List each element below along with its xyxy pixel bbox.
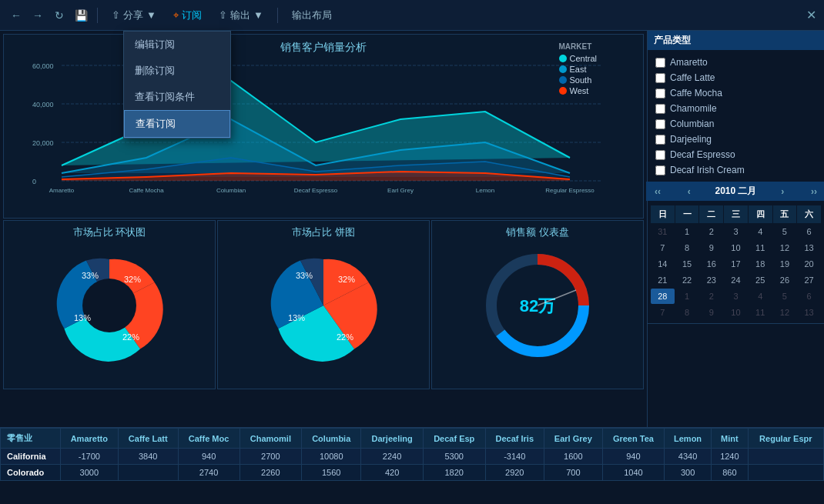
decaf-irish-cream-checkbox[interactable] xyxy=(655,165,665,175)
svg-text:Lemon: Lemon xyxy=(476,187,494,194)
cal-day[interactable]: 15 xyxy=(675,256,699,272)
decaf-espresso-checkbox[interactable] xyxy=(655,150,665,160)
caffe-latte-checkbox[interactable] xyxy=(655,73,665,83)
cal-day[interactable]: 6 xyxy=(797,224,821,239)
cal-day[interactable]: 27 xyxy=(797,272,821,288)
cell: 1040 xyxy=(602,465,664,481)
cell: 700 xyxy=(544,465,602,481)
cal-day[interactable]: 12 xyxy=(773,240,797,255)
cal-last-icon[interactable]: ›› xyxy=(809,186,819,197)
amaretto-checkbox[interactable] xyxy=(655,58,665,68)
cal-day[interactable]: 22 xyxy=(675,272,699,288)
cal-day[interactable]: 2 xyxy=(699,289,723,304)
view-subscribe-item[interactable]: 查看订阅 xyxy=(124,110,230,138)
delete-subscribe-item[interactable]: 删除订阅 xyxy=(124,58,230,84)
view-conditions-item[interactable]: 查看订阅条件 xyxy=(124,84,230,110)
cal-day[interactable]: 8 xyxy=(675,240,699,255)
cal-day[interactable]: 8 xyxy=(675,305,699,320)
forward-icon[interactable]: → xyxy=(29,7,46,24)
close-button[interactable]: ✕ xyxy=(806,8,816,22)
cell: 1820 xyxy=(423,465,485,481)
cal-day[interactable]: 13 xyxy=(797,240,821,255)
subscribe-dropdown: 编辑订阅 删除订阅 查看订阅条件 查看订阅 xyxy=(123,31,231,139)
cal-day[interactable]: 4 xyxy=(749,289,772,304)
cal-day[interactable]: 4 xyxy=(749,224,772,239)
col-header-caffe-latt: Caffe Latt xyxy=(118,429,178,449)
cell: 1560 xyxy=(302,465,361,481)
sales-table: 零售业 Amaretto Caffe Latt Caffe Moc Chamom… xyxy=(0,428,824,481)
cal-day[interactable]: 3 xyxy=(724,289,748,304)
cal-day[interactable]: 24 xyxy=(724,272,748,288)
cal-day[interactable]: 9 xyxy=(699,305,723,320)
filter-darjeeling[interactable]: Darjeeling xyxy=(652,132,819,147)
cal-day[interactable]: 2 xyxy=(699,224,723,239)
cal-first-icon[interactable]: ‹‹ xyxy=(652,186,663,197)
subscribe-button[interactable]: ⌖ 订阅 xyxy=(167,5,208,25)
cal-day[interactable]: 10 xyxy=(724,305,748,320)
cal-day[interactable]: 21 xyxy=(651,272,675,288)
cell: -1700 xyxy=(60,449,118,465)
cal-day[interactable]: 13 xyxy=(797,305,821,320)
cal-day[interactable]: 16 xyxy=(699,256,723,272)
cal-day[interactable]: 31 xyxy=(651,224,675,239)
col-header-chamomil: Chamomil xyxy=(239,429,302,449)
layout-button[interactable]: 输出布局 xyxy=(286,5,338,25)
separator xyxy=(97,8,98,23)
east-label: East xyxy=(570,65,587,74)
filter-decaf-espresso[interactable]: Decaf Espresso xyxy=(652,147,819,162)
donut-title: 市场占比 环状图 xyxy=(73,225,146,239)
filter-amaretto[interactable]: Amaretto xyxy=(652,55,819,70)
cal-header-tue: 二 xyxy=(699,205,723,223)
cal-day[interactable]: 26 xyxy=(773,272,797,288)
filter-columbian[interactable]: Columbian xyxy=(652,116,819,132)
cal-day[interactable]: 19 xyxy=(773,256,797,272)
cal-day[interactable]: 23 xyxy=(699,272,723,288)
caffe-mocha-checkbox[interactable] xyxy=(655,88,665,98)
col-header-green-tea: Green Tea xyxy=(602,429,664,449)
cell: 10080 xyxy=(302,449,361,465)
cal-day[interactable]: 17 xyxy=(724,256,748,272)
cal-day[interactable]: 5 xyxy=(773,224,797,239)
filter-chamomile[interactable]: Chamomile xyxy=(652,101,819,116)
filter-caffe-latte[interactable]: Caffe Latte xyxy=(652,70,819,85)
chamomile-checkbox[interactable] xyxy=(655,104,665,114)
cal-day-today[interactable]: 28 xyxy=(651,289,675,304)
cal-day[interactable]: 12 xyxy=(773,305,797,320)
cal-day[interactable]: 18 xyxy=(749,256,772,272)
cal-next-icon[interactable]: › xyxy=(779,186,786,197)
cal-day[interactable]: 1 xyxy=(675,289,699,304)
cal-day[interactable]: 5 xyxy=(773,289,797,304)
svg-text:0: 0 xyxy=(32,178,36,185)
table-row: Colorado 3000 2740 2260 1560 420 1820 29… xyxy=(1,465,824,481)
cell: 300 xyxy=(665,465,712,481)
filter-decaf-irish-cream[interactable]: Decaf Irish Cream xyxy=(652,162,819,178)
export-button[interactable]: ⇧ 输出 ▼ xyxy=(213,5,270,25)
cal-day[interactable]: 3 xyxy=(724,224,748,239)
cal-prev-icon[interactable]: ‹ xyxy=(685,186,693,197)
edit-subscribe-item[interactable]: 编辑订阅 xyxy=(124,32,230,58)
filter-caffe-mocha[interactable]: Caffe Mocha xyxy=(652,85,819,101)
legend-central: Central xyxy=(559,54,597,63)
separator2 xyxy=(277,8,278,23)
darjeeling-checkbox[interactable] xyxy=(655,135,665,145)
cal-day[interactable]: 9 xyxy=(699,240,723,255)
cell: 860 xyxy=(712,465,749,481)
cal-day[interactable]: 25 xyxy=(749,272,772,288)
cal-day[interactable]: 14 xyxy=(651,256,675,272)
share-button[interactable]: ⇧ 分享 ▼ xyxy=(106,5,162,25)
cal-day[interactable]: 6 xyxy=(797,289,821,304)
cal-day[interactable]: 10 xyxy=(724,240,748,255)
cal-day[interactable]: 1 xyxy=(675,224,699,239)
cal-day[interactable]: 11 xyxy=(749,305,772,320)
save-icon[interactable]: 💾 xyxy=(72,7,89,24)
cal-day[interactable]: 20 xyxy=(797,256,821,272)
cell: 1240 xyxy=(712,449,749,465)
cal-day[interactable]: 11 xyxy=(749,240,772,255)
cal-day[interactable]: 7 xyxy=(651,240,675,255)
columbian-checkbox[interactable] xyxy=(655,119,665,129)
back-icon[interactable]: ← xyxy=(8,7,25,24)
refresh-icon[interactable]: ↻ xyxy=(51,7,68,24)
cal-day[interactable]: 7 xyxy=(651,305,675,320)
calendar-header: ‹‹ ‹ 2010 二月 › ›› xyxy=(646,182,824,201)
share-label: 分享 xyxy=(123,8,143,22)
